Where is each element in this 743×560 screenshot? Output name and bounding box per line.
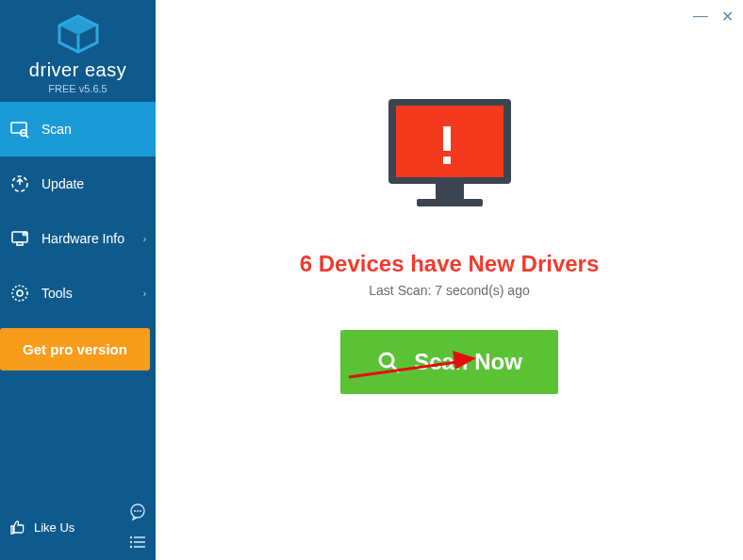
last-scan-text: Last Scan: 7 second(s) ago	[369, 283, 529, 298]
scan-icon	[9, 119, 30, 140]
svg-point-17	[130, 536, 132, 538]
svg-point-15	[137, 510, 139, 512]
sidebar-item-label: Hardware Info	[41, 231, 124, 246]
scan-button-label: Scan Now	[414, 349, 522, 375]
sidebar-item-tools[interactable]: Tools ›	[0, 266, 156, 321]
svg-point-12	[17, 290, 23, 296]
search-icon	[376, 350, 401, 374]
feedback-icon[interactable]	[127, 502, 148, 522]
svg-rect-3	[11, 123, 26, 133]
svg-rect-25	[443, 126, 451, 151]
sidebar-item-hardware-info[interactable]: i Hardware Info ›	[0, 211, 156, 266]
chevron-right-icon: ›	[143, 288, 146, 299]
nav: Scan Update i Hardware Info › Tools	[0, 102, 156, 371]
svg-rect-27	[436, 184, 464, 199]
tools-icon	[9, 283, 30, 304]
svg-marker-1	[59, 16, 97, 35]
like-us-label: Like Us	[34, 520, 74, 535]
get-pro-button[interactable]: Get pro version	[0, 328, 150, 371]
brand-name: driver easy	[0, 59, 156, 81]
logo-area: driver easy FREE v5.6.5	[0, 0, 156, 102]
close-button[interactable]: ✕	[721, 8, 734, 25]
sidebar-item-update[interactable]: Update	[0, 156, 156, 211]
status-headline: 6 Devices have New Drivers	[300, 251, 600, 277]
app-version: FREE v5.6.5	[0, 83, 156, 94]
svg-point-19	[130, 541, 132, 543]
update-icon	[9, 173, 30, 194]
sidebar-bottom: Like Us	[0, 494, 156, 560]
chevron-right-icon: ›	[143, 234, 146, 244]
svg-point-16	[140, 510, 141, 512]
minimize-button[interactable]: —	[693, 8, 708, 25]
sidebar-item-label: Tools	[41, 286, 73, 301]
svg-line-5	[26, 136, 29, 139]
app-logo-icon	[56, 14, 101, 58]
scan-now-button[interactable]: Scan Now	[340, 330, 558, 394]
hardware-icon: i	[9, 228, 30, 249]
svg-point-21	[130, 546, 132, 548]
sidebar-item-label: Update	[41, 176, 84, 191]
svg-rect-10	[17, 242, 23, 245]
monitor-alert-icon	[379, 94, 520, 221]
svg-rect-28	[417, 199, 483, 206]
svg-point-14	[134, 510, 136, 512]
main-content: — ✕ 6 Devices have New Drivers Last Scan…	[156, 0, 743, 560]
svg-text:i: i	[24, 232, 25, 237]
bottom-icons	[127, 502, 148, 552]
sidebar-item-scan[interactable]: Scan	[0, 102, 156, 156]
svg-point-11	[12, 286, 27, 301]
sidebar: driver easy FREE v5.6.5 Scan Update i	[0, 0, 156, 560]
menu-list-icon[interactable]	[127, 532, 148, 552]
center-panel: 6 Devices have New Drivers Last Scan: 7 …	[156, 0, 743, 394]
window-controls: — ✕	[693, 8, 734, 25]
sidebar-item-label: Scan	[41, 122, 72, 137]
svg-line-30	[391, 365, 398, 371]
thumbs-up-icon	[8, 518, 26, 536]
like-us-button[interactable]: Like Us	[8, 518, 74, 536]
svg-rect-26	[443, 156, 451, 164]
